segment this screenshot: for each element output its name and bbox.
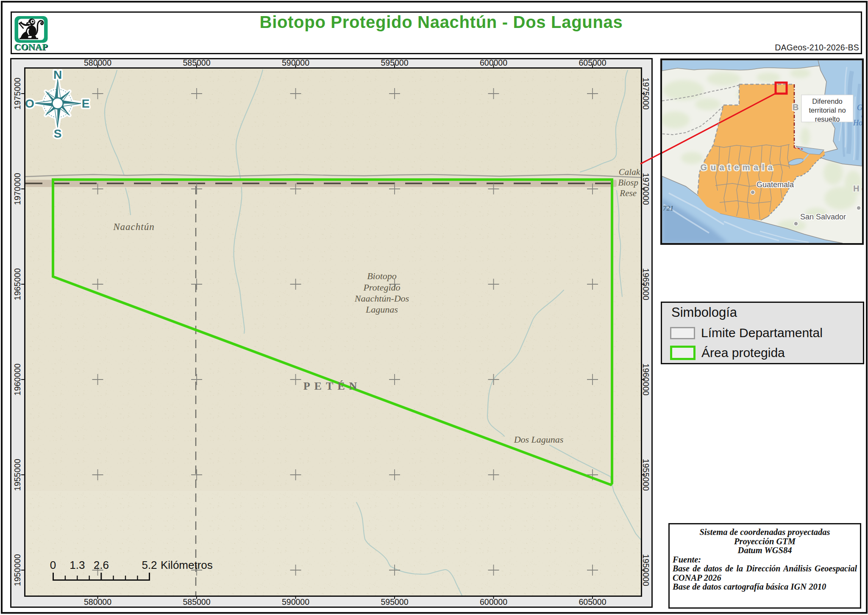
svg-text:Guatemala: Guatemala	[701, 163, 776, 172]
svg-text:Diferendo: Diferendo	[812, 97, 843, 105]
svg-text:585000: 585000	[183, 597, 210, 607]
svg-text:1960000: 1960000	[641, 363, 651, 396]
svg-text:1950000: 1950000	[13, 554, 22, 586]
svg-text:Guatemala: Guatemala	[757, 180, 794, 189]
svg-text:590000: 590000	[282, 58, 309, 67]
svg-text:605000: 605000	[579, 58, 606, 67]
svg-text:585000: 585000	[183, 58, 210, 67]
svg-text:1970000: 1970000	[641, 173, 651, 205]
svg-text:1965000: 1965000	[13, 268, 22, 300]
svg-text:721: 721	[663, 204, 674, 212]
svg-text:605000: 605000	[579, 597, 606, 607]
svg-text:580000: 580000	[84, 58, 111, 67]
svg-text:600000: 600000	[480, 58, 507, 67]
svg-text:1965000: 1965000	[641, 268, 651, 300]
svg-text:1975000: 1975000	[641, 78, 651, 110]
svg-text:595000: 595000	[381, 597, 408, 607]
svg-text:1970000: 1970000	[13, 173, 22, 205]
svg-text:1975000: 1975000	[13, 78, 22, 110]
svg-text:1950000: 1950000	[641, 554, 651, 586]
svg-text:1955000: 1955000	[13, 459, 22, 491]
svg-text:595000: 595000	[381, 58, 408, 67]
svg-text:1960000: 1960000	[13, 363, 22, 396]
svg-text:territorial no: territorial no	[809, 106, 846, 114]
svg-text:San Salvador: San Salvador	[800, 213, 846, 221]
svg-text:590000: 590000	[282, 597, 309, 607]
svg-text:resuelto: resuelto	[815, 115, 840, 123]
svg-text:B: B	[793, 102, 798, 112]
svg-text:1955000: 1955000	[641, 459, 651, 491]
svg-text:580000: 580000	[84, 597, 111, 607]
svg-text:600000: 600000	[480, 597, 507, 607]
